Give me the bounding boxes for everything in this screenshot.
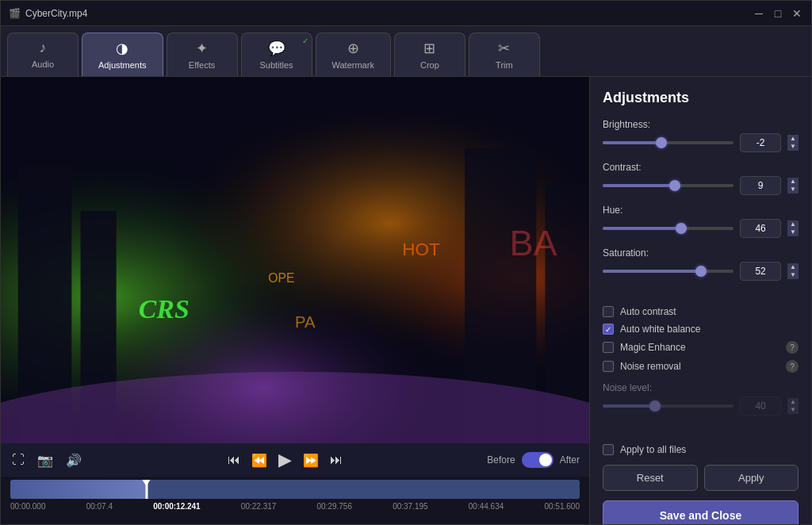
adjustments-panel: Adjustments Brightness: -2 ▲ ▼ — [589, 77, 811, 524]
apply-to-all-checkbox[interactable] — [603, 444, 614, 455]
svg-text:OPE: OPE — [268, 271, 294, 285]
tab-adjustments[interactable]: ◑ Adjustments — [82, 33, 163, 76]
contrast-thumb[interactable] — [669, 180, 680, 191]
ts-6: 00:44.634 — [469, 502, 504, 511]
brightness-value[interactable]: -2 — [740, 133, 781, 152]
ts-0: 00:00.000 — [10, 502, 46, 511]
noise-removal-label: Noise removal — [620, 361, 681, 372]
contrast-down[interactable]: ▼ — [787, 186, 799, 194]
watermark-icon: ⊕ — [347, 40, 359, 57]
apply-button[interactable]: Apply — [704, 465, 799, 491]
ts-7: 00:51.600 — [544, 502, 580, 511]
ts-4: 00:29.756 — [317, 502, 353, 511]
svg-text:HOT: HOT — [402, 240, 440, 259]
hue-value[interactable]: 46 — [740, 219, 781, 238]
magic-enhance-help-icon[interactable]: ? — [786, 341, 799, 354]
brightness-slider[interactable] — [603, 136, 733, 149]
contrast-value[interactable]: 9 — [740, 176, 781, 195]
checkbox-group: Auto contrast ✓ Auto white balance Magic… — [603, 306, 799, 373]
window-title: 🎬 CyberCity.mp4 — [9, 8, 87, 19]
frame-back-button[interactable]: ⏪ — [250, 451, 269, 469]
contrast-group: Contrast: 9 ▲ ▼ — [603, 162, 799, 195]
brightness-thumb[interactable] — [656, 137, 667, 148]
hue-row: 46 ▲ ▼ — [603, 219, 799, 238]
tab-watermark[interactable]: ⊕ Watermark — [316, 33, 391, 76]
trim-icon: ✂ — [498, 40, 510, 57]
reset-button[interactable]: Reset — [603, 465, 698, 491]
before-after-switch[interactable] — [522, 452, 553, 468]
brightness-label: Brightness: — [603, 119, 799, 130]
brightness-up[interactable]: ▲ — [787, 135, 799, 143]
subtitles-icon: 💬 — [268, 40, 285, 57]
hue-fill — [603, 227, 681, 230]
timeline: 00:00.000 00:07.4 00:00:12.241 00:22.317… — [1, 477, 589, 524]
app-window: 🎬 CyberCity.mp4 ─ □ ✕ ♪ Audio ◑ Adjustme… — [0, 0, 812, 525]
saturation-down[interactable]: ▼ — [787, 271, 799, 279]
transport-controls: ⏮ ⏪ ▶ ⏩ ⏭ — [93, 448, 477, 472]
magic-enhance-label: Magic Enhance — [620, 342, 686, 353]
before-label: Before — [487, 454, 515, 466]
auto-white-balance-label: Auto white balance — [620, 324, 700, 335]
minimize-button[interactable]: ─ — [753, 7, 765, 20]
noise-level-fill — [603, 404, 655, 408]
timeline-bar[interactable] — [10, 480, 580, 499]
fullscreen-button[interactable]: ⛶ — [10, 451, 26, 469]
window-controls: ─ □ ✕ — [753, 7, 803, 20]
skip-to-end-button[interactable]: ⏭ — [328, 451, 344, 469]
contrast-row: 9 ▲ ▼ — [603, 176, 799, 195]
maximize-button[interactable]: □ — [772, 7, 784, 20]
hue-down[interactable]: ▼ — [787, 228, 799, 236]
saturation-thumb[interactable] — [695, 266, 707, 277]
svg-text:BA: BA — [509, 223, 557, 263]
hue-thumb[interactable] — [676, 223, 687, 234]
tab-crop[interactable]: ⊞ Crop — [394, 33, 465, 76]
noise-level-value: 40 — [740, 397, 781, 416]
timeline-handle[interactable] — [146, 480, 148, 499]
skip-to-start-button[interactable]: ⏮ — [226, 451, 242, 469]
after-label: After — [560, 454, 580, 466]
saturation-up[interactable]: ▲ — [787, 263, 799, 271]
video-background: CRS OPE PA HOT BA — [1, 77, 589, 443]
tab-trim[interactable]: ✂ Trim — [469, 33, 540, 76]
hue-up[interactable]: ▲ — [787, 220, 799, 228]
hue-slider[interactable] — [603, 222, 733, 235]
noise-removal-help-icon[interactable]: ? — [786, 360, 799, 373]
crop-icon: ⊞ — [423, 40, 435, 57]
saturation-value[interactable]: 52 — [740, 262, 781, 281]
auto-contrast-checkbox[interactable] — [603, 306, 614, 317]
noise-level-track — [603, 404, 733, 408]
screenshot-button[interactable]: 📷 — [36, 451, 55, 469]
save-close-button[interactable]: Save and Close — [603, 500, 799, 524]
scene-svg: CRS OPE PA HOT BA — [1, 77, 589, 443]
ts-3: 00:22.317 — [241, 502, 277, 511]
brightness-track — [603, 141, 733, 144]
saturation-slider[interactable] — [603, 265, 733, 278]
saturation-row: 52 ▲ ▼ — [603, 262, 799, 281]
saturation-spinners: ▲ ▼ — [787, 263, 799, 279]
video-preview: CRS OPE PA HOT BA — [1, 77, 589, 443]
hue-spinners: ▲ ▼ — [787, 220, 799, 236]
noise-level-row: 40 ▲ ▼ — [603, 397, 799, 416]
saturation-label: Saturation: — [603, 247, 799, 259]
auto-contrast-row: Auto contrast — [603, 306, 799, 317]
noise-removal-checkbox[interactable] — [603, 361, 614, 372]
panel-title: Adjustments — [603, 90, 799, 106]
contrast-track — [603, 184, 733, 187]
brightness-down[interactable]: ▼ — [787, 143, 799, 151]
play-button[interactable]: ▶ — [277, 448, 293, 472]
ts-1: 00:07.4 — [86, 502, 113, 511]
contrast-slider[interactable] — [603, 179, 733, 192]
contrast-up[interactable]: ▲ — [787, 178, 799, 186]
close-button[interactable]: ✕ — [791, 7, 803, 20]
auto-white-balance-checkbox[interactable]: ✓ — [603, 324, 614, 335]
tab-audio[interactable]: ♪ Audio — [7, 33, 79, 76]
tab-effects[interactable]: ✦ Effects — [167, 33, 238, 76]
subtitles-check-icon: ✓ — [302, 36, 308, 45]
hue-label: Hue: — [603, 205, 799, 216]
frame-forward-button[interactable]: ⏩ — [301, 451, 320, 469]
volume-button[interactable]: 🔊 — [64, 451, 83, 469]
magic-enhance-checkbox[interactable] — [603, 342, 614, 353]
noise-level-thumb — [649, 400, 661, 412]
before-after-toggle: Before After — [487, 452, 580, 468]
tab-subtitles[interactable]: 💬 Subtitles ✓ — [241, 33, 312, 76]
